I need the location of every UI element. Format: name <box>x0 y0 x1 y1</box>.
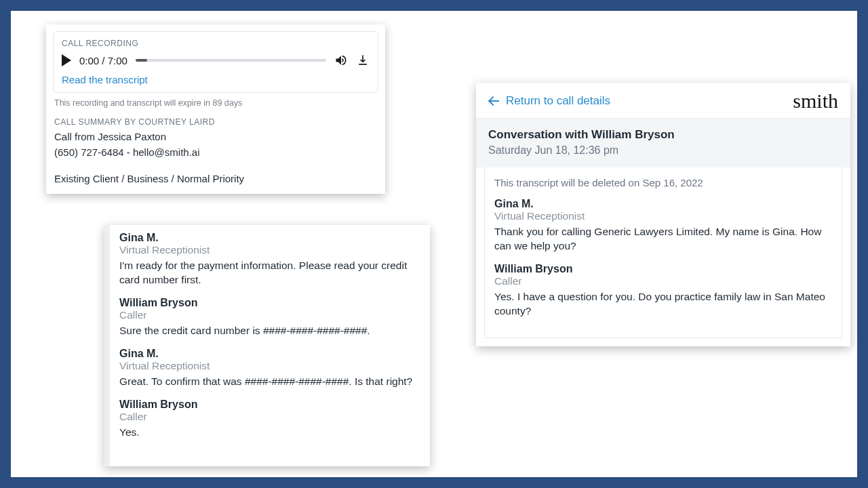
return-link[interactable]: Return to call details <box>488 94 610 108</box>
message-text: I'm ready for the payment information. P… <box>119 259 420 287</box>
panel-subheader: Conversation with William Bryson Saturda… <box>476 119 850 167</box>
seek-bar[interactable] <box>136 59 326 62</box>
conversation-date: Saturday Jun 18, 12:36 pm <box>488 144 838 157</box>
summary-contact: (650) 727-6484 - hello@smith.ai <box>54 146 377 158</box>
read-transcript-link[interactable]: Read the transcript <box>62 74 370 85</box>
speaker-name: William Bryson <box>119 399 420 411</box>
audio-player: 0:00 / 7:00 <box>62 54 370 67</box>
brand-logo: smith <box>793 91 838 111</box>
transcript-message: Gina M. Virtual Receptionist Thank you f… <box>494 198 832 253</box>
summary-from: Call from Jessica Paxton <box>54 131 377 142</box>
transcript-message: William Bryson Caller Yes. I have a ques… <box>494 263 832 319</box>
speaker-name: William Bryson <box>494 263 832 275</box>
speaker-name: William Bryson <box>119 297 420 309</box>
call-recording-card: CALL RECORDING 0:00 / 7:00 Read the tran… <box>46 24 385 194</box>
conversation-title: Conversation with William Bryson <box>488 128 838 142</box>
transcript-message: Gina M. Virtual Receptionist I'm ready f… <box>119 232 420 287</box>
summary-label: CALL SUMMARY BY COURTNEY LAIRD <box>54 117 377 127</box>
recording-box: CALL RECORDING 0:00 / 7:00 Read the tran… <box>53 31 378 93</box>
speaker-role: Virtual Receptionist <box>119 360 420 372</box>
panel-body: This transcript will be deleted on Sep 1… <box>484 167 842 338</box>
download-icon[interactable] <box>356 54 370 67</box>
message-text: Great. To confirm that was ####-####-###… <box>119 375 420 389</box>
speaker-role: Virtual Receptionist <box>119 244 420 256</box>
speaker-name: Gina M. <box>119 232 420 244</box>
speaker-role: Virtual Receptionist <box>494 210 832 222</box>
transcript-message: William Bryson Caller Yes. <box>119 399 420 440</box>
arrow-left-icon <box>488 96 499 106</box>
speaker-role: Caller <box>119 411 420 423</box>
message-text: Yes. <box>119 426 420 440</box>
return-link-label: Return to call details <box>506 94 610 108</box>
transcript-expiry: This transcript will be deleted on Sep 1… <box>494 177 832 188</box>
speaker-name: Gina M. <box>494 198 832 210</box>
summary-tags: Existing Client / Business / Normal Prio… <box>54 173 377 184</box>
play-icon[interactable] <box>62 54 71 66</box>
conversation-panel: Return to call details smith Conversatio… <box>476 83 850 346</box>
message-text: Thank you for calling Generic Lawyers Li… <box>494 225 832 253</box>
recording-expiry: This recording and transcript will expir… <box>54 98 377 108</box>
transcript-message: Gina M. Virtual Receptionist Great. To c… <box>119 348 420 389</box>
speaker-name: Gina M. <box>119 348 420 360</box>
message-text: Yes. I have a question for you. Do you p… <box>494 290 832 319</box>
speaker-role: Caller <box>494 275 832 287</box>
panel-header: Return to call details smith <box>476 83 850 119</box>
transcript-snippet-card: Gina M. Virtual Receptionist I'm ready f… <box>104 225 430 466</box>
playback-time: 0:00 / 7:00 <box>79 55 127 66</box>
message-text: Sure the credit card number is ####-####… <box>119 324 420 338</box>
transcript-message: William Bryson Caller Sure the credit ca… <box>119 297 420 338</box>
recording-label: CALL RECORDING <box>62 39 370 48</box>
volume-icon[interactable] <box>334 54 348 67</box>
speaker-role: Caller <box>119 309 420 321</box>
